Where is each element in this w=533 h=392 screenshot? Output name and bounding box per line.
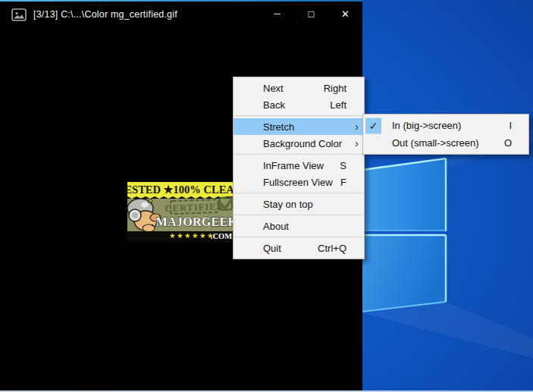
screen: [3/13] C:\...\Color mg_certified.gif ─ □… [0,0,533,392]
submenu-item-stretch-out[interactable]: Out (small->screen) O [363,134,528,152]
menu-item-back[interactable]: Back Left [234,96,364,113]
menu-item-stay-on-top[interactable]: Stay on top [234,196,364,212]
close-button[interactable]: ✕ [328,2,362,26]
menu-separator [234,215,363,215]
menu-item-about[interactable]: About [234,218,364,234]
context-menu: Next Right Back Left Stretch › Backgroun… [233,77,365,259]
minimize-icon: ─ [274,8,281,19]
windows-logo-top-pane [362,158,446,231]
titlebar[interactable]: [3/13] C:\...\Color mg_certified.gif ─ □… [0,2,362,27]
submenu-item-stretch-in[interactable]: ✓ In (big->screen) I [363,117,528,134]
stretch-submenu: ✓ In (big->screen) I Out (small->screen)… [362,114,529,155]
menu-item-next[interactable]: Next Right [234,80,364,96]
image-app-icon [11,8,27,21]
windows-logo-bottom-pane [362,235,446,312]
maximize-button[interactable]: □ [294,2,328,26]
badge-banner-text: TESTED ★100% CLEAN [125,183,235,196]
caption-buttons: ─ □ ✕ [260,2,362,26]
menu-item-inframe-view[interactable]: InFrame View S [234,157,364,174]
menu-separator [234,193,363,193]
submenu-arrow-icon: › [355,121,359,132]
menu-item-quit[interactable]: Quit Ctrl+Q [234,240,364,256]
checkmark-icon: ✓ [365,118,381,133]
window-title: [3/13] C:\...\Color mg_certified.gif [33,9,177,20]
badge-brand-text: MAJORGEEKS [156,215,235,228]
certified-badge-image: TESTED ★100% CLEAN CERTIFIED [125,180,235,242]
badge-domain-text: .COM [211,232,232,240]
menu-item-background-color[interactable]: Background Color › [234,135,364,152]
menu-separator [234,115,363,116]
badge-stars: ★★★★★★ [169,231,215,240]
menu-item-fullscreen-view[interactable]: Fullscreen View F [234,174,364,190]
menu-separator [234,154,363,155]
menu-separator [234,237,363,237]
badge-stamp-text: CERTIFIED [165,201,224,214]
light-beam [362,302,533,358]
menu-item-stretch[interactable]: Stretch › [234,118,364,135]
minimize-button[interactable]: ─ [260,2,294,26]
close-icon: ✕ [341,8,350,20]
maximize-icon: □ [309,8,315,20]
submenu-arrow-icon: › [355,137,359,149]
